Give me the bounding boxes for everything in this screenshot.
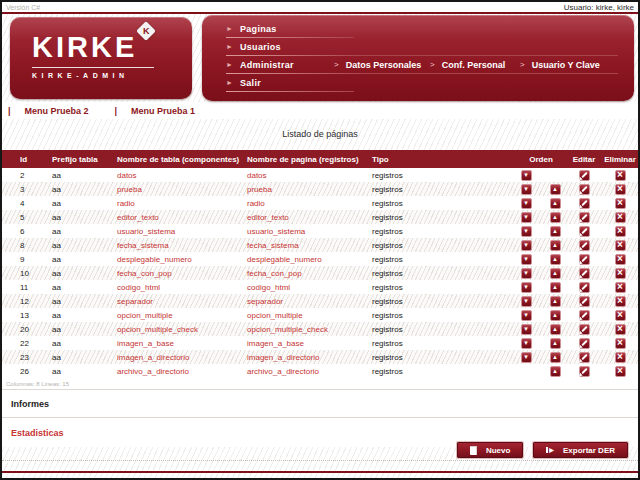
edit-button[interactable] [579, 254, 590, 265]
table-name-link[interactable]: imagen_a_base [104, 336, 234, 350]
move-down-button[interactable]: ▼ [521, 184, 532, 195]
edit-button[interactable] [579, 226, 590, 237]
page-name-link[interactable]: codigo_html [234, 280, 362, 294]
delete-button[interactable]: × [615, 170, 626, 181]
table-name-link[interactable]: editor_texto [104, 210, 234, 224]
move-up-button[interactable]: ▲ [550, 324, 561, 335]
move-down-button[interactable]: ▼ [521, 296, 532, 307]
delete-button[interactable]: × [615, 198, 626, 209]
menu-item-administrar[interactable]: ► Administrar > Datos Personales > Conf.… [202, 56, 634, 73]
submenu-item-datos-personales[interactable]: > Datos Personales [334, 60, 421, 70]
secondary-menu-label[interactable]: Menu Prueba 1 [131, 106, 195, 116]
move-up-button[interactable]: ▲ [550, 268, 561, 279]
page-name-link[interactable]: fecha_sistema [234, 238, 362, 252]
menu-item-label[interactable]: Paginas [240, 24, 277, 34]
delete-button[interactable]: × [615, 310, 626, 321]
page-name-link[interactable]: editor_texto [234, 210, 362, 224]
edit-button[interactable] [579, 268, 590, 279]
edit-button[interactable] [579, 324, 590, 335]
menu-item-paginas[interactable]: ► Paginas [202, 20, 634, 37]
delete-button[interactable]: × [615, 324, 626, 335]
table-name-link[interactable]: usuario_sistema [104, 224, 234, 238]
table-name-link[interactable]: radio [104, 196, 234, 210]
nuevo-button[interactable]: Nuevo [457, 442, 523, 458]
delete-button[interactable]: × [615, 254, 626, 265]
menu-item-label[interactable]: Usuarios [240, 42, 281, 52]
submenu-item-label[interactable]: Datos Personales [346, 60, 422, 70]
delete-button[interactable]: × [615, 240, 626, 251]
move-down-button[interactable]: ▼ [521, 240, 532, 251]
table-name-link[interactable]: imagen_a_directorio [104, 350, 234, 364]
page-name-link[interactable]: imagen_a_base [234, 336, 362, 350]
submenu-item-label[interactable]: Conf. Personal [442, 60, 506, 70]
page-name-link[interactable]: separador [234, 294, 362, 308]
page-name-link[interactable]: opcion_multiple [234, 308, 362, 322]
delete-button[interactable]: × [615, 212, 626, 223]
submenu-item-conf-personal[interactable]: > Conf. Personal [430, 60, 505, 70]
secondary-menu-label[interactable]: Menu Prueba 2 [25, 106, 89, 116]
page-name-link[interactable]: opcion_multiple_check [234, 322, 362, 336]
page-name-link[interactable]: desplegable_numero [234, 252, 362, 266]
move-down-button[interactable]: ▼ [521, 170, 532, 181]
move-up-button[interactable]: ▲ [550, 240, 561, 251]
table-name-link[interactable]: archivo_a_directorio [104, 364, 234, 378]
delete-button[interactable]: × [615, 226, 626, 237]
edit-button[interactable] [579, 240, 590, 251]
table-name-link[interactable]: fecha_sistema [104, 238, 234, 252]
move-up-button[interactable]: ▲ [550, 226, 561, 237]
edit-button[interactable] [579, 198, 590, 209]
move-up-button[interactable]: ▲ [550, 282, 561, 293]
table-name-link[interactable]: separador [104, 294, 234, 308]
table-name-link[interactable]: datos [104, 168, 234, 182]
move-up-button[interactable]: ▲ [550, 254, 561, 265]
delete-button[interactable]: × [615, 338, 626, 349]
edit-button[interactable] [579, 170, 590, 181]
move-down-button[interactable]: ▼ [521, 226, 532, 237]
table-name-link[interactable]: opcion_multiple_check [104, 322, 234, 336]
delete-button[interactable]: × [615, 268, 626, 279]
edit-button[interactable] [579, 310, 590, 321]
move-down-button[interactable]: ▼ [521, 310, 532, 321]
move-up-button[interactable]: ▲ [550, 296, 561, 307]
submenu-item-usuario-y-clave[interactable]: > Usuario Y Clave [520, 60, 600, 70]
page-name-link[interactable]: radio [234, 196, 362, 210]
table-name-link[interactable]: desplegable_numero [104, 252, 234, 266]
page-name-link[interactable]: prueba [234, 182, 362, 196]
move-down-button[interactable]: ▼ [521, 198, 532, 209]
move-up-button[interactable]: ▲ [550, 338, 561, 349]
delete-button[interactable]: × [615, 282, 626, 293]
exportar-der-button[interactable]: ▶ Exportar DER [533, 442, 628, 458]
page-name-link[interactable]: archivo_a_directorio [234, 364, 362, 378]
page-name-link[interactable]: imagen_a_directorio [234, 350, 362, 364]
menu-item-usuarios[interactable]: ► Usuarios [202, 38, 634, 55]
move-down-button[interactable]: ▼ [521, 268, 532, 279]
page-name-link[interactable]: datos [234, 168, 362, 182]
delete-button[interactable]: × [615, 296, 626, 307]
delete-button[interactable]: × [615, 352, 626, 363]
menu-item-label[interactable]: Salir [240, 78, 261, 88]
edit-button[interactable] [579, 338, 590, 349]
move-down-button[interactable]: ▼ [521, 254, 532, 265]
move-down-button[interactable]: ▼ [521, 282, 532, 293]
move-down-button[interactable]: ▼ [521, 324, 532, 335]
menu-item-salir[interactable]: ► Salir [202, 74, 634, 91]
secondary-menu-item-prueba-1[interactable]: | Menu Prueba 1 [115, 106, 196, 116]
edit-button[interactable] [579, 296, 590, 307]
page-name-link[interactable]: usuario_sistema [234, 224, 362, 238]
page-name-link[interactable]: fecha_con_pop [234, 266, 362, 280]
move-up-button[interactable]: ▲ [550, 366, 561, 377]
edit-button[interactable] [579, 352, 590, 363]
menu-item-label[interactable]: Administrar [240, 60, 294, 70]
submenu-item-label[interactable]: Usuario Y Clave [532, 60, 600, 70]
move-up-button[interactable]: ▲ [550, 212, 561, 223]
move-down-button[interactable]: ▼ [521, 212, 532, 223]
move-up-button[interactable]: ▲ [550, 184, 561, 195]
edit-button[interactable] [579, 366, 590, 377]
table-name-link[interactable]: fecha_con_pop [104, 266, 234, 280]
move-up-button[interactable]: ▲ [550, 198, 561, 209]
table-name-link[interactable]: codigo_html [104, 280, 234, 294]
move-down-button[interactable]: ▼ [521, 338, 532, 349]
edit-button[interactable] [579, 282, 590, 293]
edit-button[interactable] [579, 184, 590, 195]
move-up-button[interactable]: ▲ [550, 310, 561, 321]
